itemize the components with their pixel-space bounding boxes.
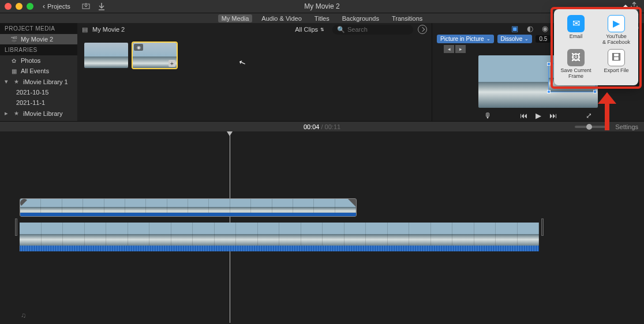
- film-icon: 🎞: [608, 49, 625, 66]
- star-icon: ★: [13, 78, 20, 85]
- zoom-slider[interactable]: [575, 126, 609, 128]
- sidebar-item-label: 2021-11-1: [16, 99, 45, 106]
- prev-edit-button[interactable]: ◂: [444, 45, 454, 53]
- window-title: My Movie 2: [304, 2, 339, 10]
- share-save-frame-button[interactable]: 🖼 Save Current Frame: [556, 49, 596, 80]
- share-button[interactable]: [630, 2, 638, 10]
- thumbnail-options-button[interactable]: [418, 25, 427, 34]
- play-button[interactable]: ▶: [536, 111, 541, 120]
- tab-my-media[interactable]: My Media: [218, 14, 253, 22]
- sidebar-item-label: 2021-10-15: [16, 89, 48, 96]
- clip-thumbnail-grid: ◉ +: [77, 36, 432, 75]
- library-sidebar: PROJECT MEDIA 🎬 My Movie 2 LIBRARIES ✿ P…: [0, 23, 77, 121]
- share-label: YouTube & Facebook: [602, 34, 630, 46]
- close-window-button[interactable]: [5, 3, 12, 10]
- photos-icon: ✿: [10, 57, 17, 64]
- tab-transitions[interactable]: Transitions: [388, 14, 426, 22]
- minimize-window-button[interactable]: [16, 3, 23, 10]
- sidebar-item-library-2[interactable]: ▸ ★ iMovie Library: [0, 108, 77, 119]
- timeline[interactable]: ♫: [0, 131, 644, 323]
- sidebar-item-label: My Movie 2: [21, 36, 53, 43]
- media-tabs: My Media Audio & Video Titles Background…: [0, 13, 644, 23]
- media-browser-header: ▤ My Movie 2 All Clips ⇅ 🔍 Search: [77, 23, 432, 36]
- clip-thumbnail-selected[interactable]: ◉ +: [133, 43, 177, 68]
- resize-handle[interactable]: [593, 90, 597, 93]
- prev-button[interactable]: ⏮: [520, 111, 527, 120]
- primary-track: [20, 223, 539, 251]
- zoom-window-button[interactable]: [27, 3, 33, 10]
- share-label: Email: [570, 34, 583, 40]
- events-icon: ▦: [10, 67, 17, 74]
- sidebar-item-label: All Events: [21, 67, 49, 74]
- sidebar-item-all-events[interactable]: ▦ All Events: [0, 66, 77, 76]
- timeline-header: 00:04 / 00:11 Settings: [0, 121, 644, 131]
- camera-icon: ◉: [134, 44, 143, 51]
- overlay-clip[interactable]: [20, 198, 357, 217]
- share-export-button[interactable]: 🎞 Export File: [597, 49, 636, 80]
- star-icon: ★: [13, 110, 20, 117]
- overlay-icon[interactable]: ▣: [510, 24, 519, 33]
- timeline-timecode: 00:04 / 00:11: [304, 123, 340, 130]
- clapper-icon: 🎬: [10, 36, 17, 43]
- clip-audio-waveform[interactable]: [20, 213, 356, 216]
- color-balance-icon[interactable]: ◐: [525, 24, 534, 33]
- add-icon[interactable]: +: [169, 60, 175, 67]
- next-button[interactable]: ⏭: [549, 111, 557, 120]
- disclosure-triangle-icon[interactable]: ▸: [5, 110, 9, 117]
- clip-filter-popup[interactable]: All Clips ⇅: [291, 25, 328, 33]
- download-icon[interactable]: [98, 2, 105, 10]
- share-email-button[interactable]: ✉ Email: [556, 15, 596, 46]
- projects-label: Projects: [47, 3, 70, 10]
- sidebar-item-label: iMovie Library 1: [23, 78, 68, 85]
- clip-start-handle[interactable]: [15, 218, 17, 236]
- resize-handle[interactable]: [547, 90, 551, 93]
- sidebar-item-photos[interactable]: ✿ Photos: [0, 55, 77, 66]
- share-popover: ✉ Email ▶ YouTube & Facebook 🖼 Save Curr…: [554, 9, 638, 85]
- window-titlebar: ‹ Projects My Movie 2: [0, 0, 644, 13]
- section-project-media: PROJECT MEDIA: [0, 23, 77, 34]
- search-placeholder: Search: [347, 26, 368, 33]
- share-youtube-button[interactable]: ▶ YouTube & Facebook: [597, 15, 636, 46]
- resize-handle[interactable]: [547, 62, 551, 66]
- share-label: Save Current Frame: [556, 68, 596, 80]
- clip-end-handle[interactable]: [541, 218, 544, 236]
- disclosure-triangle-icon[interactable]: ▾: [5, 78, 9, 85]
- transition-popup[interactable]: Dissolve⌄: [497, 35, 533, 43]
- share-label: Export File: [604, 68, 628, 74]
- current-time: 00:04: [304, 123, 320, 130]
- fullscreen-icon[interactable]: ⤢: [586, 111, 592, 120]
- sidebar-item-event-1[interactable]: 2021-10-15: [0, 87, 77, 97]
- tab-titles[interactable]: Titles: [311, 14, 333, 22]
- event-name: My Movie 2: [92, 26, 125, 33]
- projects-back-button[interactable]: ‹ Projects: [43, 2, 70, 10]
- sidebar-item-project[interactable]: 🎬 My Movie 2: [0, 34, 77, 44]
- chevron-down-icon: ⌄: [525, 36, 529, 42]
- tab-backgrounds[interactable]: Backgrounds: [339, 14, 383, 22]
- settings-button[interactable]: Settings: [615, 123, 638, 130]
- clip-thumbnail[interactable]: [84, 43, 128, 68]
- sidebar-item-label: iMovie Library: [23, 110, 62, 117]
- color-correction-icon[interactable]: ◉: [540, 24, 549, 33]
- video-play-icon: ▶: [608, 15, 625, 32]
- next-edit-button[interactable]: ▸: [455, 45, 466, 53]
- section-libraries: LIBRARIES: [0, 44, 77, 55]
- sidebar-item-library-1[interactable]: ▾ ★ iMovie Library 1: [0, 76, 77, 87]
- list-view-icon[interactable]: ▤: [82, 26, 88, 33]
- image-icon: 🖼: [567, 49, 585, 66]
- overlay-mode-popup[interactable]: Picture in Picture⌄: [437, 35, 494, 43]
- voiceover-icon[interactable]: 🎙: [484, 111, 492, 120]
- sidebar-item-event-2[interactable]: 2021-11-1: [0, 97, 77, 108]
- transition-duration-field[interactable]: 0.5: [536, 35, 551, 43]
- search-field[interactable]: 🔍 Search: [332, 25, 413, 35]
- clip-audio-waveform[interactable]: [20, 246, 539, 251]
- chevron-left-icon: ‹: [43, 2, 45, 10]
- tab-audio-video[interactable]: Audio & Video: [258, 14, 305, 22]
- import-icon[interactable]: [82, 2, 90, 10]
- primary-clip[interactable]: [20, 223, 539, 251]
- sidebar-item-label: Photos: [21, 57, 40, 64]
- secondary-track: [20, 198, 357, 217]
- music-track-icon: ♫: [21, 311, 26, 319]
- chevron-down-icon: ⌄: [486, 36, 491, 42]
- total-duration: 00:11: [325, 123, 341, 130]
- search-icon: 🔍: [337, 26, 345, 33]
